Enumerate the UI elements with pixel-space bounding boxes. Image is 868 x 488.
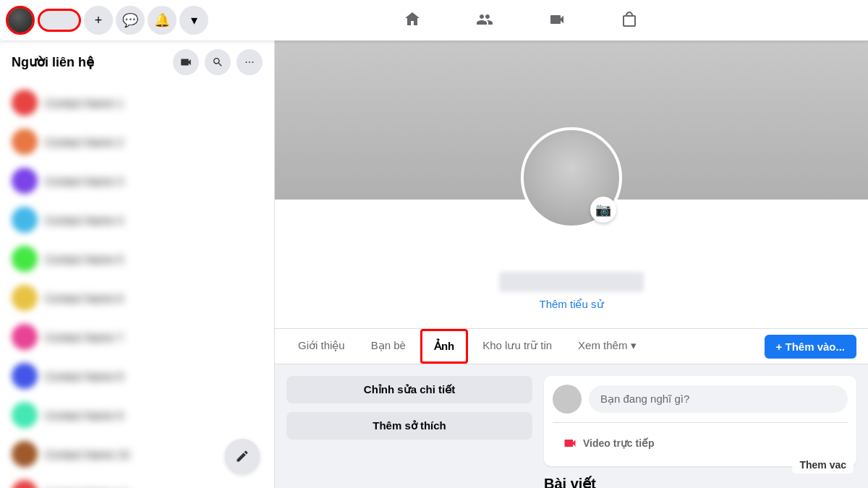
list-item[interactable]: Contact Name 7 <box>6 318 268 356</box>
list-item[interactable]: Contact Name 6 <box>6 279 268 317</box>
add-button[interactable]: + <box>84 6 113 35</box>
tab-xem-them[interactable]: Xem thêm ▾ <box>566 330 648 363</box>
post-input[interactable]: Bạn đang nghĩ gì? <box>589 385 848 413</box>
tab-anh[interactable]: Ảnh <box>420 329 468 364</box>
contact-name: Contact Name 9 <box>45 409 123 421</box>
sidebar-title: Người liên hệ <box>12 54 94 70</box>
dropdown-button[interactable]: ▾ <box>179 6 208 35</box>
profile-avatar-container: 📷 <box>521 127 622 228</box>
nav-left: + 💬 🔔 ▾ <box>0 6 275 35</box>
contact-name: Contact Name 4 <box>45 214 123 226</box>
left-sidebar: Người liên hệ ··· Contact Name 1 C <box>0 40 275 488</box>
contact-name: Contact Name 2 <box>45 136 123 148</box>
contact-name: Contact Name 5 <box>45 253 123 265</box>
compose-button[interactable] <box>225 439 260 474</box>
profile-name <box>499 272 644 292</box>
avatar <box>12 285 38 311</box>
video-icon <box>561 435 579 452</box>
post-box-top: Bạn đang nghĩ gì? <box>553 385 848 414</box>
nav-friends[interactable] <box>448 0 521 40</box>
them-vac-overlay: Them vac <box>792 456 854 474</box>
nav-marketplace[interactable] <box>593 0 665 40</box>
list-item[interactable]: Contact Name 4 <box>6 201 268 239</box>
user-name-box <box>38 9 81 32</box>
contact-name: Contact Name 10 <box>45 448 129 461</box>
notification-button[interactable]: 🔔 <box>148 6 176 35</box>
contact-name: Contact Name 8 <box>45 370 123 382</box>
avatar <box>12 441 38 467</box>
list-item[interactable]: Contact Name 8 <box>6 357 268 395</box>
profile-tabs: Giới thiệu Bạn bè Ảnh Kho lưu trữ tin Xe… <box>275 329 868 364</box>
user-avatar[interactable] <box>6 6 35 35</box>
cover-photo: 📷 <box>275 40 868 200</box>
list-item[interactable]: Contact Name 3 <box>6 162 268 200</box>
sidebar-header: Người liên hệ ··· <box>0 40 274 81</box>
nav-video[interactable] <box>521 0 593 40</box>
profile-area: 📷 Thêm tiểu sử Giới thiệu Bạn bè Ảnh Kho… <box>275 40 868 488</box>
edit-details-button[interactable]: Chỉnh sửa chi tiết <box>286 376 532 403</box>
main-content: Người liên hệ ··· Contact Name 1 C <box>0 40 868 488</box>
contact-name: Contact Name 1 <box>45 97 123 109</box>
nav-home[interactable] <box>376 0 448 40</box>
video-call-button[interactable] <box>173 49 199 75</box>
edit-profile-photo-button[interactable]: 📷 <box>590 197 616 223</box>
contact-name: Contact Name 7 <box>45 331 123 343</box>
list-item[interactable]: Contact Name 11 <box>6 474 268 488</box>
more-options-button[interactable]: ··· <box>237 49 263 75</box>
avatar <box>12 402 38 428</box>
contacts-list: Contact Name 1 Contact Name 2 Contact Na… <box>0 81 274 488</box>
sidebar-actions: ··· <box>173 49 263 75</box>
avatar <box>12 246 38 272</box>
post-avatar <box>553 385 582 414</box>
post-box: Bạn đang nghĩ gì? Video trực tiếp <box>544 376 856 466</box>
avatar <box>12 207 38 233</box>
them-vao-button[interactable]: + Thêm vào... <box>765 335 856 359</box>
avatar <box>12 324 38 350</box>
avatar <box>12 129 38 155</box>
top-navigation: + 💬 🔔 ▾ <box>0 0 868 40</box>
tab-gioi-thieu[interactable]: Giới thiệu <box>286 330 357 363</box>
avatar <box>12 168 38 194</box>
profile-main: Chỉnh sửa chi tiết Thêm sở thích Bạn đan… <box>275 364 868 488</box>
avatar <box>12 363 38 389</box>
list-item[interactable]: Contact Name 9 <box>6 396 268 434</box>
live-video-action[interactable]: Video trực tiếp <box>553 429 663 458</box>
messenger-button[interactable]: 💬 <box>116 6 145 35</box>
list-item[interactable]: Contact Name 2 <box>6 123 268 160</box>
search-contacts-button[interactable] <box>205 49 231 75</box>
post-actions: Video trực tiếp <box>553 429 848 458</box>
contact-name: Contact Name 3 <box>45 175 123 187</box>
them-tieu-su-button[interactable]: Thêm tiểu sử <box>275 298 868 311</box>
add-hobbies-button[interactable]: Thêm sở thích <box>286 412 532 440</box>
list-item[interactable]: Contact Name 5 <box>6 240 268 278</box>
bai-viet-heading: Bài viết <box>544 476 596 488</box>
avatar <box>12 480 38 488</box>
list-item[interactable]: Contact Name 1 <box>6 84 268 121</box>
tab-ban-be[interactable]: Bạn bè <box>359 330 417 363</box>
contact-name: Contact Name 6 <box>45 292 123 304</box>
profile-left-column: Chỉnh sửa chi tiết Thêm sở thích <box>286 376 532 488</box>
nav-center <box>275 0 767 40</box>
tab-kho-luu-tru[interactable]: Kho lưu trữ tin <box>471 330 563 363</box>
avatar <box>12 90 38 116</box>
